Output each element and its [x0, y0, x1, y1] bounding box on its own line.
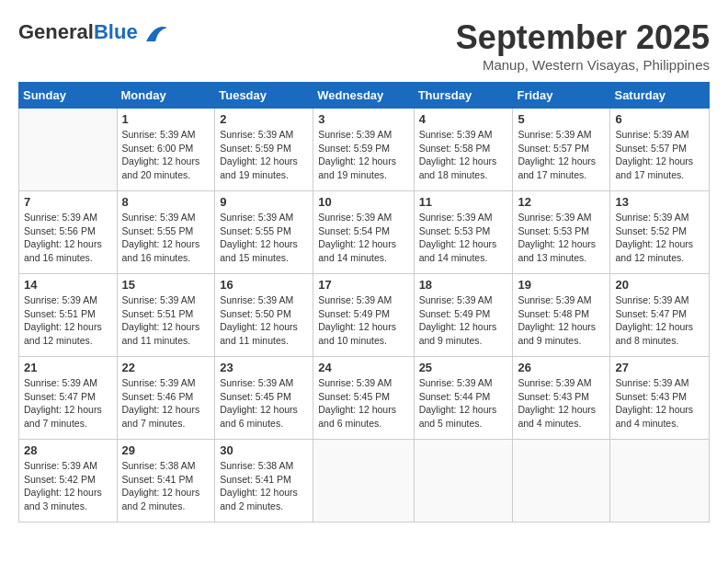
day-number: 16: [220, 278, 308, 292]
day-number: 12: [518, 195, 605, 209]
calendar-cell: [19, 109, 118, 191]
day-number: 22: [122, 361, 210, 374]
day-number: 7: [24, 195, 112, 209]
calendar-cell: 8Sunrise: 5:39 AM Sunset: 5:55 PM Daylig…: [117, 191, 215, 274]
calendar-cell: 1Sunrise: 5:39 AM Sunset: 6:00 PM Daylig…: [117, 109, 215, 191]
day-info: Sunrise: 5:39 AM Sunset: 5:43 PM Dayligh…: [615, 376, 704, 431]
day-number: 17: [318, 278, 408, 292]
calendar-cell: 10Sunrise: 5:39 AM Sunset: 5:54 PM Dayli…: [313, 191, 414, 274]
calendar-cell: 3Sunrise: 5:39 AM Sunset: 5:59 PM Daylig…: [313, 109, 414, 191]
day-number: 1: [122, 112, 210, 126]
calendar-cell: 12Sunrise: 5:39 AM Sunset: 5:53 PM Dayli…: [513, 191, 610, 274]
week-row-3: 14Sunrise: 5:39 AM Sunset: 5:51 PM Dayli…: [19, 274, 710, 357]
calendar-cell: 16Sunrise: 5:39 AM Sunset: 5:50 PM Dayli…: [215, 274, 313, 357]
calendar-cell: 6Sunrise: 5:39 AM Sunset: 5:57 PM Daylig…: [610, 109, 710, 191]
day-header-monday: Monday: [117, 83, 215, 109]
day-number: 4: [419, 112, 508, 126]
day-number: 27: [615, 361, 704, 374]
month-title: September 2025: [456, 18, 710, 57]
day-number: 10: [318, 195, 408, 209]
logo: GeneralBlue: [18, 18, 169, 46]
day-number: 20: [615, 278, 704, 292]
day-info: Sunrise: 5:39 AM Sunset: 5:45 PM Dayligh…: [220, 376, 308, 431]
day-number: 13: [615, 195, 704, 209]
day-number: 25: [419, 361, 508, 374]
day-info: Sunrise: 5:39 AM Sunset: 5:52 PM Dayligh…: [615, 211, 704, 265]
calendar-cell: 27Sunrise: 5:39 AM Sunset: 5:43 PM Dayli…: [610, 357, 710, 440]
day-number: 28: [24, 443, 112, 457]
calendar-cell: [414, 440, 513, 523]
day-info: Sunrise: 5:39 AM Sunset: 5:49 PM Dayligh…: [419, 293, 508, 348]
day-info: Sunrise: 5:39 AM Sunset: 5:47 PM Dayligh…: [24, 376, 112, 431]
day-number: 11: [419, 195, 508, 209]
day-info: Sunrise: 5:38 AM Sunset: 5:41 PM Dayligh…: [220, 459, 308, 513]
day-info: Sunrise: 5:39 AM Sunset: 5:42 PM Dayligh…: [24, 459, 112, 513]
day-header-sunday: Sunday: [19, 83, 118, 109]
day-number: 14: [24, 278, 112, 292]
calendar-cell: 22Sunrise: 5:39 AM Sunset: 5:46 PM Dayli…: [117, 357, 215, 440]
day-number: 19: [518, 278, 605, 292]
calendar-cell: 9Sunrise: 5:39 AM Sunset: 5:55 PM Daylig…: [215, 191, 313, 274]
week-row-4: 21Sunrise: 5:39 AM Sunset: 5:47 PM Dayli…: [19, 357, 710, 440]
day-number: 9: [220, 195, 308, 209]
day-number: 24: [318, 361, 408, 374]
week-row-5: 28Sunrise: 5:39 AM Sunset: 5:42 PM Dayli…: [19, 440, 710, 523]
day-info: Sunrise: 5:39 AM Sunset: 5:59 PM Dayligh…: [220, 128, 308, 182]
day-info: Sunrise: 5:39 AM Sunset: 5:57 PM Dayligh…: [518, 128, 605, 182]
day-info: Sunrise: 5:39 AM Sunset: 5:58 PM Dayligh…: [419, 128, 508, 182]
day-info: Sunrise: 5:39 AM Sunset: 5:51 PM Dayligh…: [24, 293, 112, 348]
calendar-cell: 15Sunrise: 5:39 AM Sunset: 5:51 PM Dayli…: [117, 274, 215, 357]
day-number: 8: [122, 195, 210, 209]
calendar-cell: 14Sunrise: 5:39 AM Sunset: 5:51 PM Dayli…: [19, 274, 118, 357]
day-info: Sunrise: 5:39 AM Sunset: 5:46 PM Dayligh…: [122, 376, 210, 431]
day-number: 2: [220, 112, 308, 126]
calendar-cell: 28Sunrise: 5:39 AM Sunset: 5:42 PM Dayli…: [19, 440, 118, 523]
day-number: 5: [518, 112, 605, 126]
day-info: Sunrise: 5:38 AM Sunset: 5:41 PM Dayligh…: [122, 459, 210, 513]
day-number: 15: [122, 278, 210, 292]
day-number: 3: [318, 112, 408, 126]
calendar-cell: 21Sunrise: 5:39 AM Sunset: 5:47 PM Dayli…: [19, 357, 118, 440]
calendar-cell: 19Sunrise: 5:39 AM Sunset: 5:48 PM Dayli…: [513, 274, 610, 357]
calendar-cell: 26Sunrise: 5:39 AM Sunset: 5:43 PM Dayli…: [513, 357, 610, 440]
day-header-thursday: Thursday: [414, 83, 513, 109]
calendar-cell: 4Sunrise: 5:39 AM Sunset: 5:58 PM Daylig…: [414, 109, 513, 191]
logo-blue-text: Blue: [94, 20, 138, 43]
calendar-cell: 30Sunrise: 5:38 AM Sunset: 5:41 PM Dayli…: [215, 440, 313, 523]
calendar-cell: 23Sunrise: 5:39 AM Sunset: 5:45 PM Dayli…: [215, 357, 313, 440]
day-number: 30: [220, 443, 308, 457]
logo-general-text: General: [18, 20, 94, 43]
calendar-cell: 24Sunrise: 5:39 AM Sunset: 5:45 PM Dayli…: [313, 357, 414, 440]
location: Manup, Western Visayas, Philippines: [456, 57, 710, 73]
day-info: Sunrise: 5:39 AM Sunset: 5:59 PM Dayligh…: [318, 128, 408, 182]
day-header-wednesday: Wednesday: [313, 83, 414, 109]
day-header-tuesday: Tuesday: [215, 83, 313, 109]
day-info: Sunrise: 5:39 AM Sunset: 5:48 PM Dayligh…: [518, 293, 605, 348]
day-header-saturday: Saturday: [610, 83, 710, 109]
day-info: Sunrise: 5:39 AM Sunset: 5:54 PM Dayligh…: [318, 211, 408, 265]
calendar-cell: 29Sunrise: 5:38 AM Sunset: 5:41 PM Dayli…: [117, 440, 215, 523]
day-info: Sunrise: 5:39 AM Sunset: 6:00 PM Dayligh…: [122, 128, 210, 182]
day-number: 29: [122, 443, 210, 457]
day-info: Sunrise: 5:39 AM Sunset: 5:55 PM Dayligh…: [220, 211, 308, 265]
day-info: Sunrise: 5:39 AM Sunset: 5:53 PM Dayligh…: [518, 211, 605, 265]
day-number: 23: [220, 361, 308, 374]
calendar-cell: 7Sunrise: 5:39 AM Sunset: 5:56 PM Daylig…: [19, 191, 118, 274]
calendar-cell: 20Sunrise: 5:39 AM Sunset: 5:47 PM Dayli…: [610, 274, 710, 357]
day-info: Sunrise: 5:39 AM Sunset: 5:57 PM Dayligh…: [615, 128, 704, 182]
title-block: September 2025 Manup, Western Visayas, P…: [456, 18, 710, 73]
calendar-cell: 5Sunrise: 5:39 AM Sunset: 5:57 PM Daylig…: [513, 109, 610, 191]
day-info: Sunrise: 5:39 AM Sunset: 5:56 PM Dayligh…: [24, 211, 112, 265]
day-number: 26: [518, 361, 605, 374]
day-info: Sunrise: 5:39 AM Sunset: 5:55 PM Dayligh…: [122, 211, 210, 265]
day-header-friday: Friday: [513, 83, 610, 109]
page-header: GeneralBlue September 2025 Manup, Wester…: [18, 18, 710, 73]
week-row-2: 7Sunrise: 5:39 AM Sunset: 5:56 PM Daylig…: [19, 191, 710, 274]
calendar-header-row: SundayMondayTuesdayWednesdayThursdayFrid…: [19, 83, 710, 109]
day-number: 21: [24, 361, 112, 374]
day-info: Sunrise: 5:39 AM Sunset: 5:43 PM Dayligh…: [518, 376, 605, 431]
day-number: 18: [419, 278, 508, 292]
calendar-cell: 11Sunrise: 5:39 AM Sunset: 5:53 PM Dayli…: [414, 191, 513, 274]
calendar-cell: 25Sunrise: 5:39 AM Sunset: 5:44 PM Dayli…: [414, 357, 513, 440]
day-number: 6: [615, 112, 704, 126]
